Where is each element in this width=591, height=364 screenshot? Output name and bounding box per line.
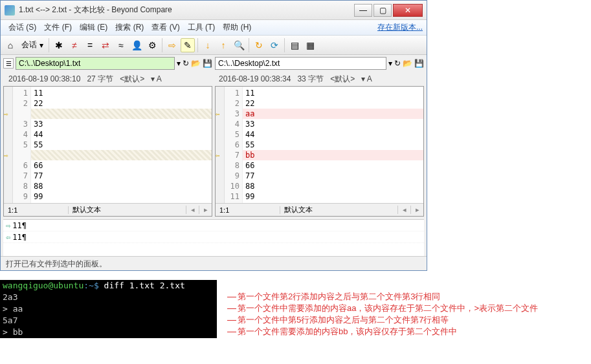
right-encoding[interactable]: <默认> [330, 74, 355, 85]
right-line-numbers: 1234567891011 [225, 87, 243, 203]
code-line[interactable]: 22 [31, 98, 212, 109]
browse-icon[interactable]: ↻ [394, 59, 401, 68]
code-line[interactable]: 66 [243, 160, 423, 171]
code-line[interactable]: 55 [31, 140, 212, 150]
folder-open-icon[interactable]: 📂 [191, 59, 201, 68]
code-line[interactable]: 77 [243, 171, 423, 181]
window-buttons: — ▢ ✕ [353, 4, 423, 17]
code-line[interactable]: 88 [31, 181, 212, 191]
left-text[interactable]: 1122⇨334455⇨66778899 [31, 87, 212, 203]
code-line[interactable]: 77 [31, 171, 212, 181]
edit-icon[interactable]: ✎ [181, 38, 195, 52]
copy-right-icon[interactable]: ⇨ [165, 38, 179, 52]
terminal-section: wangqiguo@ubuntu:~$ diff 1.txt 2.txt 2a3… [0, 280, 591, 338]
merge-area: ⇨ 11¶ ⇦ 11¶ [3, 219, 424, 243]
titlebar: 1.txt <--> 2.txt - 文本比较 - Beyond Compare… [1, 1, 427, 20]
folder-open-icon[interactable]: 📂 [403, 59, 412, 68]
nav-prev-icon[interactable]: ◂ [186, 206, 199, 214]
separator [197, 38, 198, 52]
rules-icon[interactable]: 👤 [129, 38, 144, 52]
approx-icon[interactable]: ≈ [114, 38, 128, 52]
merge-line-2[interactable]: ⇦ 11¶ [3, 231, 424, 243]
menu-tools[interactable]: 工具 (T) [184, 21, 219, 34]
code-line[interactable]: 55 [243, 140, 423, 150]
right-text[interactable]: 1122aa⇦334455bb⇦66778899 [243, 87, 423, 203]
left-footer: 1:1 默认文本 ◂ ▸ [4, 203, 212, 216]
menu-help[interactable]: 帮助 (H) [219, 21, 255, 34]
layout2-icon[interactable]: ▦ [303, 38, 317, 52]
status-bar: 打开已有文件到选中的面板。 [1, 256, 427, 270]
code-line[interactable]: bb⇦ [243, 150, 423, 160]
code-line[interactable]: 99 [243, 191, 423, 202]
code-line[interactable]: 33 [243, 119, 423, 129]
diff-arrow-icon: ⇨ [4, 109, 8, 120]
left-extra[interactable]: ▾ A [151, 74, 162, 83]
nav-prev-icon[interactable]: ◂ [397, 206, 410, 214]
annotation-2: 第一个文件中需要添加的内容aa，该内容存在于第二个文件中，>表示第二个文件 [217, 303, 538, 314]
left-code[interactable]: 123456789 1122⇨334455⇨66778899 [4, 87, 212, 203]
maximize-button[interactable]: ▢ [374, 4, 392, 17]
code-line[interactable]: 88 [243, 181, 423, 191]
left-enc-label[interactable]: 默认文本 [69, 205, 186, 215]
not-equal-icon[interactable]: ≠ [67, 38, 82, 52]
save-icon[interactable]: 💾 [414, 59, 424, 68]
code-line[interactable]: 44 [31, 129, 212, 140]
layout1-icon[interactable]: ▤ [287, 38, 302, 52]
next-diff-icon[interactable]: ↑ [216, 38, 230, 52]
minimize-button[interactable]: — [354, 4, 372, 17]
right-code[interactable]: 1234567891011 1122aa⇦334455bb⇦66778899 [216, 87, 423, 203]
format-icon[interactable]: ⚙ [145, 38, 159, 52]
home-icon[interactable]: ⌂ [3, 38, 17, 52]
code-line[interactable]: 11 [243, 88, 423, 98]
code-line[interactable]: 22 [243, 98, 423, 109]
menu-view[interactable]: 查看 (V) [148, 21, 183, 34]
merge-line-1[interactable]: ⇨ 11¶ [3, 220, 424, 231]
reload-icon[interactable]: ⟳ [267, 38, 282, 52]
context-icon[interactable]: ⇄ [98, 38, 113, 52]
right-enc-label[interactable]: 默认文本 [280, 205, 397, 215]
left-side-icon[interactable]: ☰ [3, 58, 14, 69]
menu-session[interactable]: 会话 (S) [5, 21, 40, 34]
right-path-input[interactable] [215, 57, 386, 70]
save-icon[interactable]: 💾 [203, 59, 212, 68]
menu-edit[interactable]: 编辑 (E) [76, 21, 111, 34]
pathbar: ☰ ▾ ↻ 📂 💾 ▾ ↻ 📂 💾 [1, 55, 427, 72]
right-extra[interactable]: ▾ A [361, 74, 372, 83]
browse-icon[interactable]: ↻ [183, 59, 189, 68]
code-line[interactable]: 11 [31, 88, 212, 98]
code-line[interactable]: aa⇦ [243, 109, 423, 119]
left-path-input[interactable] [16, 57, 175, 70]
code-line[interactable]: 44 [243, 129, 423, 140]
menu-file[interactable]: 文件 (F) [40, 21, 76, 34]
right-date: 2016-08-19 00:38:34 [219, 74, 291, 83]
window-title: 1.txt <--> 2.txt - 文本比较 - Beyond Compare [19, 5, 353, 16]
spacer [3, 243, 424, 256]
menu-search[interactable]: 搜索 (R) [111, 21, 148, 34]
left-encoding[interactable]: <默认> [120, 74, 144, 85]
code-line[interactable]: ⇨ [31, 150, 212, 160]
right-info: 2016-08-19 00:38:34 33 字节 <默认> ▾ A [214, 72, 424, 86]
swap-icon[interactable]: ↻ [252, 38, 266, 52]
code-line[interactable]: 33 [31, 119, 212, 129]
update-link[interactable]: 存在新版本... [377, 22, 423, 33]
left-line-numbers: 123456789 [13, 87, 31, 203]
diff-arrow-icon: ⇦ [216, 109, 220, 120]
close-button[interactable]: ✕ [393, 4, 423, 17]
left-date: 2016-08-19 00:38:10 [8, 74, 80, 83]
equal-icon[interactable]: = [83, 38, 97, 52]
prev-diff-icon[interactable]: ↓ [201, 38, 215, 52]
dropdown-icon[interactable]: ▾ [177, 59, 181, 68]
infobar: 2016-08-19 00:38:10 27 字节 <默认> ▾ A 2016-… [1, 72, 427, 86]
nav-next-icon[interactable]: ▸ [410, 206, 423, 214]
all-icon[interactable]: ✱ [52, 38, 66, 52]
dropdown-icon[interactable]: ▾ [388, 59, 392, 68]
code-line[interactable]: ⇨ [31, 109, 212, 119]
merge-text-1: 11¶ [12, 221, 27, 230]
session-button[interactable]: 会话▾ [19, 38, 46, 52]
search-icon[interactable]: 🔍 [232, 38, 246, 52]
annotation-1: 第一个文件第2行添加内容之后与第二个文件第3行相同 [217, 292, 440, 302]
code-line[interactable]: 66 [31, 160, 212, 171]
right-bytes: 33 字节 [297, 74, 324, 85]
nav-next-icon[interactable]: ▸ [199, 206, 212, 214]
code-line[interactable]: 99 [31, 191, 212, 202]
